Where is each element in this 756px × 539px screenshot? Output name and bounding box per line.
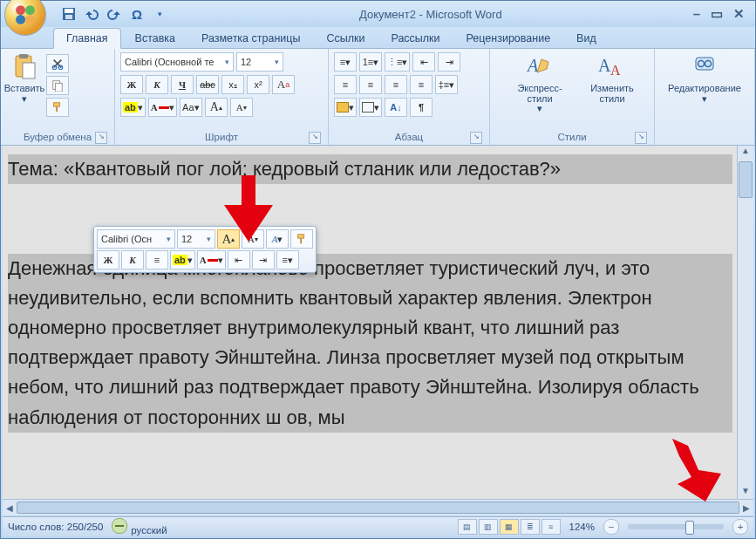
quick-styles-button[interactable]: A Экспресс-стили▾	[506, 52, 574, 114]
red-arrow-bottom	[672, 439, 721, 501]
mini-center-button[interactable]: ≡	[146, 250, 168, 270]
decrease-indent-button[interactable]: ⇤	[412, 52, 435, 72]
tab-insert[interactable]: Вставка	[123, 29, 187, 48]
zoom-in-button[interactable]: +	[732, 519, 748, 535]
zoom-level[interactable]: 124%	[569, 522, 595, 532]
bullets-button[interactable]: ≡▾	[334, 52, 357, 72]
paragraph-launcher[interactable]: ↘	[470, 132, 482, 144]
svg-rect-22	[298, 235, 304, 238]
numbering-button[interactable]: 1≡▾	[359, 52, 382, 72]
font-launcher[interactable]: ↘	[309, 132, 321, 144]
scroll-left-icon[interactable]: ◀	[3, 503, 17, 513]
change-styles-button[interactable]: AA Изменить стили	[586, 52, 638, 104]
multilevel-button[interactable]: ⋮≡▾	[385, 52, 410, 72]
maximize-button[interactable]: ▭	[711, 6, 723, 22]
document-page[interactable]: Тема: «Квантовый пог лой: кедровый стлан…	[3, 146, 738, 500]
zoom-out-button[interactable]: −	[603, 519, 619, 535]
view-print-button[interactable]: ▤	[458, 519, 477, 535]
scroll-v-thumb[interactable]	[739, 161, 753, 198]
view-read-button[interactable]: ▥	[479, 519, 498, 535]
tab-view[interactable]: Вид	[564, 29, 609, 48]
undo-icon[interactable]	[83, 5, 100, 23]
font-name-combo[interactable]: Calibri (Основной те	[120, 52, 234, 72]
underline-button[interactable]: Ч	[171, 75, 194, 94]
align-left-button[interactable]: ≡	[334, 75, 357, 94]
mini-font-color-button[interactable]: A▾	[197, 250, 226, 270]
shrink-font-button[interactable]: A▾	[230, 98, 253, 117]
paste-button[interactable]: Вставить▾	[6, 52, 43, 104]
italic-button[interactable]: К	[146, 75, 168, 94]
font-size-combo[interactable]: 12	[236, 52, 283, 72]
tab-review[interactable]: Рецензирование	[454, 29, 563, 48]
view-buttons: ▤ ▥ ▦ ≣ ≡	[458, 519, 561, 535]
scroll-down-icon[interactable]: ▼	[741, 486, 750, 500]
view-web-button[interactable]: ▦	[500, 519, 519, 535]
clipboard-launcher[interactable]: ↘	[95, 132, 107, 144]
view-draft-button[interactable]: ≡	[541, 519, 561, 535]
clear-format-button[interactable]: Aa	[272, 75, 295, 94]
mini-highlight-button[interactable]: ab▾	[170, 250, 195, 270]
svg-marker-25	[672, 439, 721, 501]
save-icon[interactable]	[60, 5, 78, 23]
align-center-button[interactable]: ≡	[359, 75, 382, 94]
sort-button[interactable]: A↓	[385, 98, 407, 117]
borders-button[interactable]: ▾	[359, 98, 382, 117]
subscript-button[interactable]: x₂	[221, 75, 244, 94]
ribbon: Вставить▾ Буфер обмена↘ Calibri (Основно…	[1, 49, 755, 146]
zoom-slider[interactable]	[628, 524, 724, 529]
tab-pagelayout[interactable]: Разметка страницы	[189, 29, 312, 48]
scroll-up-icon[interactable]: ▲	[741, 146, 750, 160]
tab-home[interactable]: Главная	[53, 28, 121, 49]
align-right-button[interactable]: ≡	[385, 75, 407, 94]
view-outline-button[interactable]: ≣	[521, 519, 540, 535]
doc-body[interactable]: Денежная единица многопланово просветляе…	[8, 254, 732, 433]
editing-button[interactable]: Редактирование▾	[665, 52, 744, 104]
symbol-icon[interactable]: Ω	[128, 5, 146, 23]
mini-bold-button[interactable]: Ж	[97, 250, 119, 270]
zoom-knob[interactable]	[685, 521, 694, 535]
tab-references[interactable]: Ссылки	[314, 29, 377, 48]
line-spacing-button[interactable]: ‡≡▾	[435, 75, 458, 94]
show-marks-button[interactable]: ¶	[410, 98, 432, 117]
minimize-button[interactable]: –	[693, 6, 700, 22]
strike-button[interactable]: abc	[196, 75, 219, 94]
qat-customize-icon[interactable]: ▾	[151, 5, 168, 23]
mini-size-combo[interactable]: 12	[177, 229, 215, 249]
mini-font-combo[interactable]: Calibri (Осн	[97, 229, 175, 249]
redo-icon[interactable]	[106, 5, 123, 23]
close-button[interactable]: ✕	[733, 6, 745, 22]
bold-button[interactable]: Ж	[120, 75, 143, 94]
word-count[interactable]: Число слов: 250/250	[8, 522, 103, 532]
mini-bullets-button[interactable]: ≡▾	[276, 250, 299, 270]
vertical-scrollbar[interactable]: ▲ ▼	[737, 146, 753, 500]
tab-mailings[interactable]: Рассылки	[378, 29, 452, 48]
cut-button[interactable]	[46, 54, 69, 73]
svg-point-1	[25, 5, 35, 15]
mini-decrease-indent-button[interactable]: ⇤	[228, 250, 250, 270]
superscript-button[interactable]: x²	[247, 75, 269, 94]
red-arrow-top	[224, 175, 273, 242]
svg-rect-15	[56, 106, 58, 112]
format-painter-button[interactable]	[46, 98, 69, 117]
increase-indent-button[interactable]: ⇥	[438, 52, 460, 72]
font-color-button[interactable]: A▾	[148, 98, 177, 117]
change-case-button[interactable]: Aa▾	[180, 98, 202, 117]
highlight-button[interactable]: ab▾	[120, 98, 146, 117]
horizontal-scrollbar[interactable]: ◀ ▶	[3, 499, 753, 515]
styles-launcher[interactable]: ↘	[635, 132, 647, 144]
svg-point-3	[25, 15, 35, 24]
scroll-h-thumb[interactable]	[17, 501, 739, 514]
scroll-right-icon[interactable]: ▶	[739, 503, 753, 513]
mini-increase-indent-button[interactable]: ⇥	[252, 250, 275, 270]
mini-italic-button[interactable]: К	[121, 250, 144, 270]
mini-format-painter-button[interactable]	[290, 229, 313, 249]
copy-button[interactable]	[46, 76, 69, 95]
svg-rect-5	[65, 9, 73, 13]
language-indicator[interactable]: русский	[112, 518, 167, 536]
shading-button[interactable]: ▾	[334, 98, 357, 117]
grow-font-button[interactable]: A▴	[205, 98, 228, 117]
group-paragraph: ≡▾ 1≡▾ ⋮≡▾ ⇤ ⇥ ≡ ≡ ≡ ≡ ‡≡▾ ▾ ▾ A↓	[329, 49, 490, 145]
group-editing-label	[660, 130, 749, 144]
justify-button[interactable]: ≡	[410, 75, 432, 94]
doc-heading[interactable]: Тема: «Квантовый пог лой: кедровый стлан…	[8, 154, 732, 184]
